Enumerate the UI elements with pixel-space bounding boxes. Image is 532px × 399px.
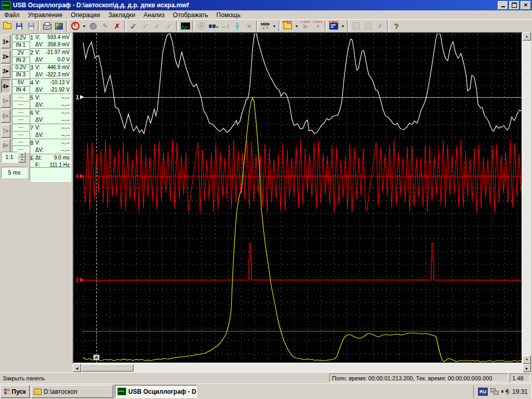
erase-button[interactable]: ✎ [99,20,111,32]
channel-button-8[interactable]: 8▶ [1,139,10,152]
measure-row-6: 6V:--.--ΔV:--.-- [30,109,71,124]
panel-button[interactable]: A:B#C [328,20,340,32]
channel-range-7[interactable]: ------ [12,124,30,138]
help-button[interactable]: ? [390,20,402,32]
macro-open-dropdown-button[interactable]: ▼ [294,20,300,32]
zoom-value: 1:1 [1,152,18,163]
channel-button-5[interactable]: 5▶ [1,94,10,108]
maximize-button[interactable] [509,1,520,10]
scroll-down-button[interactable]: ▼ [523,355,531,364]
zoom-up-button[interactable]: ▲ [19,152,25,157]
check-next-button[interactable]: ✓ [139,20,151,32]
memory-dropdown-button[interactable]: ▼ [271,20,277,32]
save-add-button[interactable] [25,20,37,32]
timebase-value[interactable]: 5 ms [1,167,28,178]
close-button[interactable]: ✕ [521,1,531,10]
export-image-button[interactable] [53,20,65,32]
save-file-button[interactable] [13,20,25,32]
fit-arrows-icon: ↔↕ [221,23,230,29]
floppy-icon [16,23,22,29]
zoom-spinner: ▲ ▼ [19,152,25,163]
web-button[interactable] [195,20,207,32]
delete-button[interactable]: ✗ [111,20,123,32]
record-button[interactable] [87,20,99,32]
language-indicator[interactable]: RU [478,388,488,396]
apply-check-button[interactable]: ✓ [127,20,139,32]
toolbar-separator [256,21,258,31]
channel-panel: 1▶0.2VIN 12▶2VIN 23▶0.2VIN 34▶5VIN 45▶--… [0,32,73,364]
autoscale-button[interactable]: ↔↕ [219,20,231,32]
record-icon [90,23,97,30]
channel-button-1[interactable]: 1▶ [1,35,10,48]
wave-cursor-button[interactable]: ≈ [243,20,255,32]
horizontal-scrollbar[interactable]: ◀ ▶ [73,364,531,372]
zoom-down-button[interactable]: ▼ [19,157,25,163]
channel-row-4: 4▶5VIN 4 [1,79,30,94]
toolbar-separator [278,21,281,31]
channel-range-1[interactable]: 0.2VIN 1 [12,34,30,49]
frame-button[interactable] [350,20,362,32]
speaker-icon[interactable] [501,388,510,395]
channel-button-7[interactable]: 7▶ [1,124,10,138]
search-button[interactable] [207,20,219,32]
panel-dropdown-button[interactable]: ▼ [340,20,346,32]
scope-plot-frame [73,32,523,364]
channel-range-2[interactable]: 2VIN 2 [12,49,30,64]
chevron-down-icon: ▼ [83,24,86,28]
menu-file[interactable]: Файл [0,11,24,19]
scope-display[interactable] [74,33,522,363]
memory-button[interactable]: MEM▲▼ [259,20,271,32]
macro-play-button[interactable]: A:B#C▶ [300,20,312,32]
channel-button-2[interactable]: 2▶ [1,50,10,63]
measure-row-7: 7V:--.--ΔV:--.-- [30,124,71,139]
display-mode-button[interactable] [179,20,191,32]
channel-button-4[interactable]: 4▶ [1,79,10,93]
scroll-up-button[interactable]: ▲ [523,32,531,41]
check-prev-button[interactable]: ✓ [151,20,163,32]
cursors-button[interactable]: ╫ [231,20,243,32]
vertical-scrollbar[interactable]: ▲ ▼ [523,32,531,364]
frame-delete-button[interactable]: ✗ [374,20,386,32]
channel-button-6[interactable]: 6▶ [1,109,10,123]
channel-range-8[interactable]: ------ [12,138,30,153]
stop-acquisition-button[interactable] [69,20,81,32]
print-button[interactable] [41,20,53,32]
scroll-right-button[interactable]: ▶ [523,364,531,372]
taskbar-item-oscilloscope[interactable]: USB Осциллограф - D... [115,385,197,398]
channel-range-3[interactable]: 0.2VIN 3 [12,64,30,78]
task-label: D:\автоскоп [44,388,77,395]
windows-logo-icon [4,389,10,395]
macro-stop-button[interactable]: A:B#C■ [312,20,324,32]
channel-range-4[interactable]: 5VIN 4 [12,79,30,94]
channel-button-3[interactable]: 3▶ [1,64,10,78]
channel-range-5[interactable]: ------ [12,94,30,108]
scroll-left-button[interactable]: ◀ [73,364,81,372]
scroll-thumb[interactable] [82,364,134,371]
open-file-button[interactable] [1,20,13,32]
status-time: Полн. время: 00:00:01:213.200, Тек. врем… [329,374,508,382]
measure-row-5: 5V:--.--ΔV:--.-- [30,94,71,109]
help-icon: ? [394,22,398,30]
measure-row-3: 3V:446.9 mVΔV:-322.3 mV [30,64,71,79]
chevron-down-icon: ▼ [295,24,299,28]
channel-range-6[interactable]: ------ [12,109,30,123]
menu-analysis[interactable]: Анализ [139,11,169,19]
network-icon[interactable] [490,388,499,395]
channel-row-8: 8▶------ [1,138,30,153]
menu-operations[interactable]: Операции [66,11,104,19]
panel-icon [329,23,338,30]
menu-bookmarks[interactable]: Закладки [104,11,139,19]
minimize-button[interactable] [498,1,508,10]
menu-control[interactable]: Управление [24,11,67,19]
menu-help[interactable]: Помощь [212,11,245,19]
frame-select-button[interactable] [362,20,374,32]
play-icon: ▶ [303,23,308,29]
stop-dropdown-button[interactable]: ▼ [81,20,87,32]
check-step-button[interactable]: ✓ [163,20,175,32]
frame-icon [353,22,360,30]
start-button[interactable]: Пуск [1,385,30,398]
macro-open-button[interactable]: A:B#C [282,20,294,32]
task-label: USB Осциллограф - D... [128,388,197,395]
taskbar-item-explorer[interactable]: D:\автоскоп [31,385,113,398]
menu-display[interactable]: Отображать [169,11,212,19]
